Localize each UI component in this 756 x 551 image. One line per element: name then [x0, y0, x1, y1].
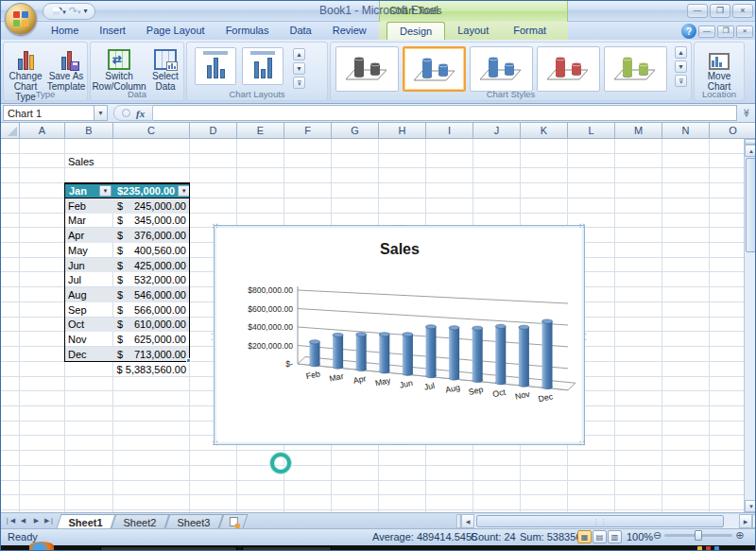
column-header-F[interactable]: F — [284, 123, 332, 139]
column-header-O[interactable]: O — [710, 123, 756, 139]
table-header-value[interactable]: $235,000.00▼ — [113, 183, 190, 198]
layouts-scroll-up-icon[interactable]: ▲ — [293, 48, 305, 60]
table-cell-value-mar[interactable]: $345,000.00 — [113, 214, 190, 229]
sheet-tab-sheet2[interactable]: Sheet2 — [112, 514, 170, 528]
formula-input[interactable] — [153, 105, 737, 121]
chart-handle-se[interactable]: ∷ — [579, 441, 586, 445]
chart-layout-2-thumb[interactable] — [242, 47, 284, 85]
chart-handle-s[interactable]: ···· — [392, 442, 407, 446]
page-layout-view-icon[interactable]: ▤ — [593, 530, 607, 543]
close-button[interactable]: × — [732, 4, 753, 18]
minimize-button[interactable]: — — [687, 4, 708, 18]
zoom-thumb[interactable] — [695, 530, 702, 541]
save-as-template-button[interactable]: Save As Template — [46, 45, 86, 92]
table-cell-month-dec[interactable]: Dec — [65, 347, 113, 362]
filter-dropdown-icon[interactable]: ▼ — [99, 185, 112, 197]
scroll-right-icon[interactable]: ▶ — [739, 514, 752, 528]
table-cell-value-apr[interactable]: $376,000.00 — [113, 228, 190, 243]
sheet-tab-sheet1[interactable]: Sheet1 — [57, 514, 116, 528]
cell-total-sum[interactable]: $ 5,383,560.00 — [113, 362, 190, 377]
chart-handle-n[interactable]: ···· — [392, 223, 407, 227]
tab-home[interactable]: Home — [41, 22, 89, 40]
column-header-C[interactable]: C — [113, 123, 190, 139]
chart-handle-ne[interactable]: ∷ — [579, 224, 586, 228]
chart-handle-nw[interactable]: ∷ — [213, 224, 219, 228]
workbook-restore-button[interactable]: ❐ — [717, 26, 734, 38]
table-cell-value-sep[interactable]: $566,000.00 — [113, 302, 190, 318]
source-range-handle[interactable] — [186, 358, 191, 363]
tab-formulas[interactable]: Formulas — [215, 22, 280, 40]
table-cell-month-jul[interactable]: Jul — [65, 272, 113, 287]
chart-style-gray-thumb[interactable] — [335, 46, 399, 92]
table-cell-value-dec[interactable]: $713,000.00 — [113, 347, 190, 362]
cell-b2-sales[interactable]: Sales — [65, 154, 113, 169]
select-all-corner[interactable] — [1, 123, 20, 139]
restore-button[interactable]: ❐ — [710, 4, 730, 18]
styles-more-icon[interactable]: ⊽ — [675, 75, 687, 87]
select-data-button[interactable]: Select Data — [147, 45, 183, 92]
table-cell-month-oct[interactable]: Oct — [65, 318, 113, 333]
styles-scroll-up-icon[interactable]: ▲ — [675, 46, 687, 59]
column-header-L[interactable]: L — [568, 123, 615, 139]
zoom-level[interactable]: 100% — [627, 531, 653, 542]
name-box-dropdown-icon[interactable]: ▼ — [94, 105, 108, 121]
column-header-B[interactable]: B — [65, 123, 113, 139]
table-cell-month-sep[interactable]: Sep — [65, 302, 113, 318]
table-cell-month-may[interactable]: May — [65, 243, 113, 258]
table-cell-month-apr[interactable]: Apr — [65, 228, 113, 243]
styles-scroll-down-icon[interactable]: ▼ — [675, 60, 687, 73]
move-chart-button[interactable]: Move Chart — [699, 45, 739, 92]
table-cell-month-mar[interactable]: Mar — [65, 214, 113, 229]
table-cell-value-feb[interactable]: $245,000.00 — [113, 198, 190, 214]
column-header-N[interactable]: N — [662, 123, 710, 139]
tab-page-layout[interactable]: Page Layout — [136, 22, 215, 40]
column-header-E[interactable]: E — [237, 123, 284, 139]
chart-layout-1-thumb[interactable] — [195, 47, 236, 85]
table-cell-month-feb[interactable]: Feb — [65, 198, 113, 214]
scroll-left-icon[interactable]: ◀ — [461, 514, 474, 528]
chart-style-blue-thumb[interactable] — [470, 46, 533, 92]
taskbar-window-button[interactable] — [100, 546, 237, 551]
help-icon[interactable]: ? — [681, 24, 696, 39]
chart-style-red-thumb[interactable] — [537, 46, 600, 92]
table-cell-value-aug[interactable]: $546,000.00 — [113, 287, 190, 302]
column-header-J[interactable]: J — [473, 123, 521, 139]
table-header-month[interactable]: Jan▼ — [65, 183, 113, 198]
switch-row-column-button[interactable]: ⇄ Switch Row/Column — [93, 45, 146, 92]
column-header-A[interactable]: A — [20, 123, 65, 139]
zoom-in-icon[interactable]: ⊕ — [735, 530, 744, 541]
name-box[interactable]: Chart 1 — [3, 105, 94, 121]
table-cell-value-oct[interactable]: $610,000.00 — [113, 318, 190, 333]
chart-style-blue-framed-thumb[interactable] — [403, 46, 466, 92]
last-sheet-icon[interactable]: ▶❘ — [43, 515, 56, 527]
table-cell-month-nov[interactable]: Nov — [65, 332, 113, 347]
scroll-down-icon[interactable]: ▼ — [745, 500, 756, 512]
column-header-H[interactable]: H — [379, 123, 426, 139]
office-button[interactable] — [5, 3, 37, 35]
vertical-scroll-thumb[interactable] — [746, 158, 756, 252]
table-cell-month-jun[interactable]: Jun — [65, 258, 113, 273]
sheet-tab-sheet3[interactable]: Sheet3 — [165, 514, 224, 528]
filter-dropdown-icon[interactable]: ▼ — [178, 185, 190, 197]
vertical-scrollbar[interactable]: ▲ ▼ — [744, 139, 756, 512]
next-sheet-icon[interactable]: ▶ — [30, 515, 43, 527]
tab-format[interactable]: Format — [501, 22, 558, 40]
workbook-close-button[interactable]: × — [736, 26, 753, 38]
tab-layout[interactable]: Layout — [445, 22, 501, 40]
chart-object[interactable]: Sales$-$200,000.00$400,000.00$600,000.00… — [214, 225, 585, 445]
chart-handle-w[interactable]: ⁚ — [211, 336, 215, 339]
column-header-D[interactable]: D — [190, 123, 237, 139]
tab-design[interactable]: Design — [387, 22, 445, 40]
horizontal-scroll-thumb[interactable]: ⋮⋮ — [476, 515, 724, 527]
horizontal-split-handle[interactable] — [752, 514, 756, 528]
tab-data[interactable]: Data — [279, 22, 321, 40]
table-cell-value-jul[interactable]: $532,000.00 — [113, 272, 190, 287]
column-header-G[interactable]: G — [332, 123, 379, 139]
layouts-more-icon[interactable]: ⊽ — [293, 77, 305, 89]
taskbar-window-button-2[interactable] — [242, 546, 332, 551]
table-cell-value-may[interactable]: $400,560.00 — [113, 243, 190, 258]
chart-style-green-thumb[interactable] — [604, 46, 667, 92]
layouts-scroll-down-icon[interactable]: ▼ — [293, 62, 305, 75]
scroll-up-icon[interactable]: ▲ — [745, 145, 756, 157]
chart-handle-sw[interactable]: ∷ — [213, 441, 219, 445]
